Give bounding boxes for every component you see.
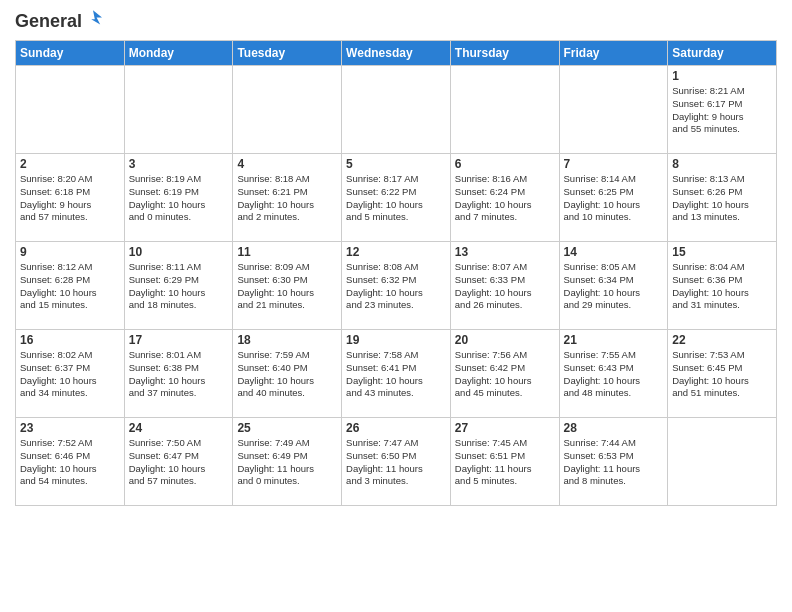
calendar-cell: 18Sunrise: 7:59 AM Sunset: 6:40 PM Dayli… [233, 330, 342, 418]
day-info: Sunrise: 8:11 AM Sunset: 6:29 PM Dayligh… [129, 261, 229, 312]
calendar-cell: 6Sunrise: 8:16 AM Sunset: 6:24 PM Daylig… [450, 154, 559, 242]
day-info: Sunrise: 7:47 AM Sunset: 6:50 PM Dayligh… [346, 437, 446, 488]
day-info: Sunrise: 7:49 AM Sunset: 6:49 PM Dayligh… [237, 437, 337, 488]
day-info: Sunrise: 8:13 AM Sunset: 6:26 PM Dayligh… [672, 173, 772, 224]
day-number: 11 [237, 245, 337, 259]
weekday-tuesday: Tuesday [233, 41, 342, 66]
calendar-cell [342, 66, 451, 154]
calendar-cell: 2Sunrise: 8:20 AM Sunset: 6:18 PM Daylig… [16, 154, 125, 242]
day-info: Sunrise: 7:44 AM Sunset: 6:53 PM Dayligh… [564, 437, 664, 488]
logo-general: General [15, 11, 82, 32]
day-info: Sunrise: 8:04 AM Sunset: 6:36 PM Dayligh… [672, 261, 772, 312]
calendar-cell [668, 418, 777, 506]
day-info: Sunrise: 7:53 AM Sunset: 6:45 PM Dayligh… [672, 349, 772, 400]
calendar-cell: 11Sunrise: 8:09 AM Sunset: 6:30 PM Dayli… [233, 242, 342, 330]
day-info: Sunrise: 7:55 AM Sunset: 6:43 PM Dayligh… [564, 349, 664, 400]
day-number: 7 [564, 157, 664, 171]
calendar-week-1: 1Sunrise: 8:21 AM Sunset: 6:17 PM Daylig… [16, 66, 777, 154]
calendar-cell [450, 66, 559, 154]
day-number: 24 [129, 421, 229, 435]
day-number: 2 [20, 157, 120, 171]
day-info: Sunrise: 8:08 AM Sunset: 6:32 PM Dayligh… [346, 261, 446, 312]
day-info: Sunrise: 8:20 AM Sunset: 6:18 PM Dayligh… [20, 173, 120, 224]
calendar-cell [559, 66, 668, 154]
calendar-cell: 23Sunrise: 7:52 AM Sunset: 6:46 PM Dayli… [16, 418, 125, 506]
calendar-cell: 10Sunrise: 8:11 AM Sunset: 6:29 PM Dayli… [124, 242, 233, 330]
day-number: 1 [672, 69, 772, 83]
weekday-header-row: SundayMondayTuesdayWednesdayThursdayFrid… [16, 41, 777, 66]
day-number: 8 [672, 157, 772, 171]
calendar-cell [124, 66, 233, 154]
calendar-cell: 1Sunrise: 8:21 AM Sunset: 6:17 PM Daylig… [668, 66, 777, 154]
calendar-cell: 22Sunrise: 7:53 AM Sunset: 6:45 PM Dayli… [668, 330, 777, 418]
day-number: 15 [672, 245, 772, 259]
calendar-cell: 28Sunrise: 7:44 AM Sunset: 6:53 PM Dayli… [559, 418, 668, 506]
svg-marker-0 [91, 10, 102, 24]
day-info: Sunrise: 7:56 AM Sunset: 6:42 PM Dayligh… [455, 349, 555, 400]
day-info: Sunrise: 8:14 AM Sunset: 6:25 PM Dayligh… [564, 173, 664, 224]
day-number: 22 [672, 333, 772, 347]
day-info: Sunrise: 8:02 AM Sunset: 6:37 PM Dayligh… [20, 349, 120, 400]
day-info: Sunrise: 8:17 AM Sunset: 6:22 PM Dayligh… [346, 173, 446, 224]
day-info: Sunrise: 8:16 AM Sunset: 6:24 PM Dayligh… [455, 173, 555, 224]
day-number: 28 [564, 421, 664, 435]
day-info: Sunrise: 7:58 AM Sunset: 6:41 PM Dayligh… [346, 349, 446, 400]
calendar-week-2: 2Sunrise: 8:20 AM Sunset: 6:18 PM Daylig… [16, 154, 777, 242]
day-info: Sunrise: 8:21 AM Sunset: 6:17 PM Dayligh… [672, 85, 772, 136]
day-number: 25 [237, 421, 337, 435]
calendar-cell: 24Sunrise: 7:50 AM Sunset: 6:47 PM Dayli… [124, 418, 233, 506]
calendar-cell: 13Sunrise: 8:07 AM Sunset: 6:33 PM Dayli… [450, 242, 559, 330]
day-number: 12 [346, 245, 446, 259]
weekday-thursday: Thursday [450, 41, 559, 66]
day-info: Sunrise: 8:09 AM Sunset: 6:30 PM Dayligh… [237, 261, 337, 312]
calendar-cell: 27Sunrise: 7:45 AM Sunset: 6:51 PM Dayli… [450, 418, 559, 506]
day-number: 19 [346, 333, 446, 347]
calendar-week-3: 9Sunrise: 8:12 AM Sunset: 6:28 PM Daylig… [16, 242, 777, 330]
day-info: Sunrise: 8:07 AM Sunset: 6:33 PM Dayligh… [455, 261, 555, 312]
calendar-cell: 17Sunrise: 8:01 AM Sunset: 6:38 PM Dayli… [124, 330, 233, 418]
calendar-table: SundayMondayTuesdayWednesdayThursdayFrid… [15, 40, 777, 506]
calendar-cell: 14Sunrise: 8:05 AM Sunset: 6:34 PM Dayli… [559, 242, 668, 330]
day-number: 20 [455, 333, 555, 347]
day-number: 5 [346, 157, 446, 171]
calendar-cell: 16Sunrise: 8:02 AM Sunset: 6:37 PM Dayli… [16, 330, 125, 418]
weekday-sunday: Sunday [16, 41, 125, 66]
day-info: Sunrise: 7:45 AM Sunset: 6:51 PM Dayligh… [455, 437, 555, 488]
calendar-cell [16, 66, 125, 154]
day-number: 3 [129, 157, 229, 171]
weekday-saturday: Saturday [668, 41, 777, 66]
logo: General [15, 10, 100, 32]
calendar-cell: 15Sunrise: 8:04 AM Sunset: 6:36 PM Dayli… [668, 242, 777, 330]
day-info: Sunrise: 8:05 AM Sunset: 6:34 PM Dayligh… [564, 261, 664, 312]
weekday-friday: Friday [559, 41, 668, 66]
day-number: 16 [20, 333, 120, 347]
calendar-cell: 20Sunrise: 7:56 AM Sunset: 6:42 PM Dayli… [450, 330, 559, 418]
day-number: 9 [20, 245, 120, 259]
calendar-cell: 19Sunrise: 7:58 AM Sunset: 6:41 PM Dayli… [342, 330, 451, 418]
day-number: 21 [564, 333, 664, 347]
day-info: Sunrise: 7:52 AM Sunset: 6:46 PM Dayligh… [20, 437, 120, 488]
calendar-cell: 12Sunrise: 8:08 AM Sunset: 6:32 PM Dayli… [342, 242, 451, 330]
day-number: 17 [129, 333, 229, 347]
calendar-cell: 5Sunrise: 8:17 AM Sunset: 6:22 PM Daylig… [342, 154, 451, 242]
calendar-cell [233, 66, 342, 154]
weekday-monday: Monday [124, 41, 233, 66]
day-number: 6 [455, 157, 555, 171]
calendar-cell: 8Sunrise: 8:13 AM Sunset: 6:26 PM Daylig… [668, 154, 777, 242]
calendar-cell: 26Sunrise: 7:47 AM Sunset: 6:50 PM Dayli… [342, 418, 451, 506]
header: General [15, 10, 777, 32]
logo-bird-icon [84, 10, 102, 32]
day-number: 27 [455, 421, 555, 435]
day-info: Sunrise: 8:18 AM Sunset: 6:21 PM Dayligh… [237, 173, 337, 224]
calendar-cell: 4Sunrise: 8:18 AM Sunset: 6:21 PM Daylig… [233, 154, 342, 242]
calendar-cell: 21Sunrise: 7:55 AM Sunset: 6:43 PM Dayli… [559, 330, 668, 418]
day-info: Sunrise: 7:59 AM Sunset: 6:40 PM Dayligh… [237, 349, 337, 400]
calendar-cell: 9Sunrise: 8:12 AM Sunset: 6:28 PM Daylig… [16, 242, 125, 330]
day-info: Sunrise: 7:50 AM Sunset: 6:47 PM Dayligh… [129, 437, 229, 488]
day-number: 18 [237, 333, 337, 347]
calendar-cell: 7Sunrise: 8:14 AM Sunset: 6:25 PM Daylig… [559, 154, 668, 242]
day-number: 4 [237, 157, 337, 171]
page-container: General SundayMondayTuesdayWednesdayThur… [0, 0, 792, 612]
calendar-cell: 25Sunrise: 7:49 AM Sunset: 6:49 PM Dayli… [233, 418, 342, 506]
calendar-cell: 3Sunrise: 8:19 AM Sunset: 6:19 PM Daylig… [124, 154, 233, 242]
